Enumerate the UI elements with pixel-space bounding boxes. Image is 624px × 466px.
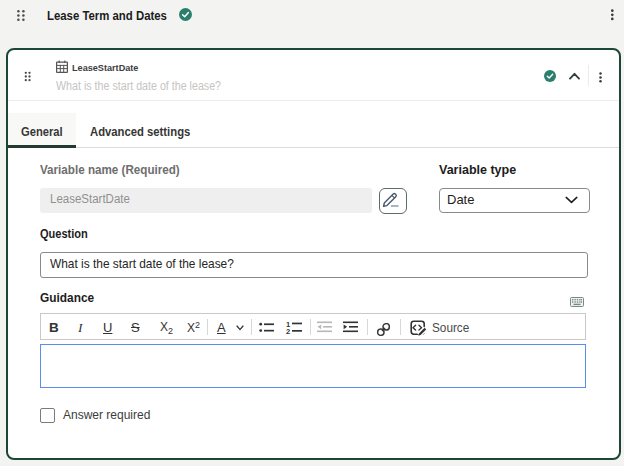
svg-text:2: 2 [286, 327, 290, 334]
